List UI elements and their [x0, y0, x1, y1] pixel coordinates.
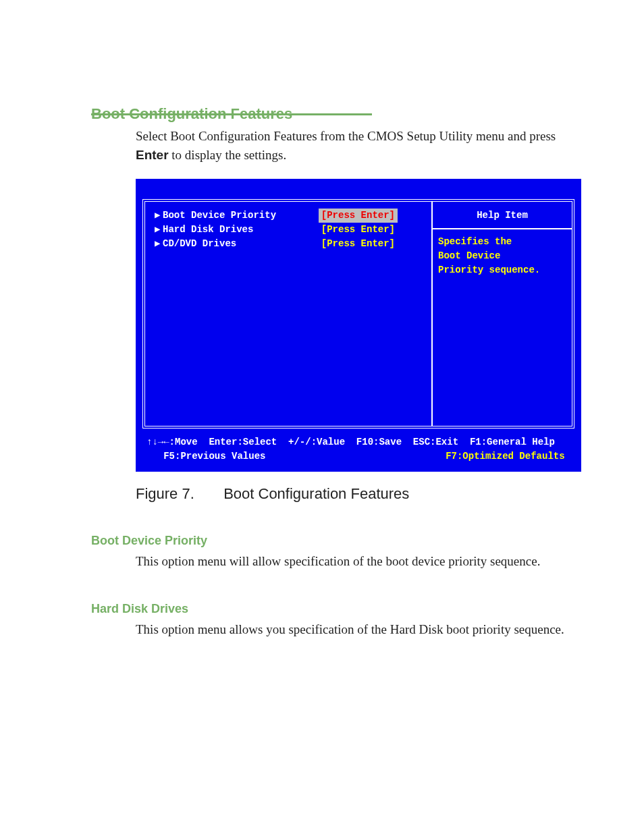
sub2-text: This option menu allows you specificatio… — [136, 620, 587, 639]
footer-f5: F5:Previous Values — [146, 449, 265, 464]
menu-item-value: [Press Enter] — [301, 223, 422, 237]
menu-item-cd-dvd-drives[interactable]: ▶ CD/DVD Drives [Press Enter] — [155, 237, 422, 251]
bios-left-pane: ▶ Boot Device Priority [Press Enter] ▶ H… — [145, 202, 431, 426]
menu-item-boot-device-priority[interactable]: ▶ Boot Device Priority [Press Enter] — [155, 209, 422, 223]
triangle-icon: ▶ — [155, 209, 163, 223]
menu-item-label: CD/DVD Drives — [163, 237, 236, 251]
menu-item-value: [Press Enter] — [319, 209, 398, 223]
section-intro: Select Boot Configuration Features from … — [136, 127, 587, 164]
figure-number: Figure 7. — [136, 485, 219, 503]
figure-title: Boot Configuration Features — [223, 485, 409, 502]
intro-key-enter: Enter — [136, 148, 169, 162]
help-divider — [433, 228, 572, 229]
bios-help-pane: Help Item Specifies the Boot Device Prio… — [431, 202, 572, 426]
bios-footer: ↑↓→←:Move Enter:Select +/-/:Value F10:Sa… — [136, 429, 581, 472]
menu-item-label: Hard Disk Drives — [163, 223, 253, 237]
intro-text-post: to display the settings. — [169, 148, 287, 162]
sub1-text: This option menu will allow specificatio… — [136, 552, 587, 571]
help-body: Specifies the Boot Device Priority seque… — [438, 235, 566, 277]
menu-item-hard-disk-drives[interactable]: ▶ Hard Disk Drives [Press Enter] — [155, 223, 422, 237]
menu-item-value: [Press Enter] — [301, 237, 422, 251]
footer-f7: F7:Optimized Defaults — [446, 449, 570, 464]
header-rule — [91, 113, 372, 115]
bios-frame: ▶ Boot Device Priority [Press Enter] ▶ H… — [142, 199, 574, 429]
footer-line-1: ↑↓→←:Move Enter:Select +/-/:Value F10:Sa… — [146, 435, 570, 449]
triangle-icon: ▶ — [155, 223, 163, 237]
figure-caption: Figure 7. Boot Configuration Features — [136, 485, 587, 503]
help-title: Help Item — [438, 209, 566, 223]
subheading-boot-device-priority: Boot Device Priority — [91, 534, 587, 548]
menu-item-label: Boot Device Priority — [163, 209, 276, 223]
subheading-hard-disk-drives: Hard Disk Drives — [91, 602, 587, 616]
bios-screenshot: ▶ Boot Device Priority [Press Enter] ▶ H… — [136, 179, 581, 472]
triangle-icon: ▶ — [155, 237, 163, 251]
intro-text-pre: Select Boot Configuration Features from … — [136, 129, 556, 143]
